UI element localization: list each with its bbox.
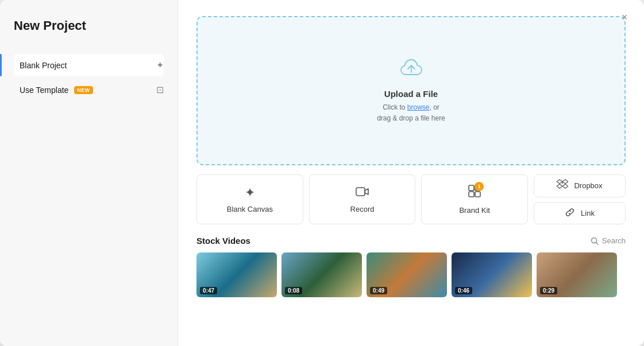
right-buttons: Dropbox Link [534,174,626,224]
sidebar: New Project Blank Project ✦ Use Template… [0,0,178,346]
sparkle-icon: ✦ [245,185,255,200]
dropbox-label: Dropbox [574,181,602,190]
stock-video-4[interactable]: 0:46 [452,252,532,297]
stock-header: Stock Videos Search [196,236,626,246]
svg-rect-4 [475,192,480,197]
svg-rect-1 [469,185,474,191]
stock-videos-title: Stock Videos [196,236,250,246]
stock-video-5[interactable]: 0:29 [537,252,617,297]
sidebar-item-blank-project[interactable]: Blank Project ✦ [14,54,164,76]
stock-videos-row: 0:47 0:08 0:49 0:46 0:29 [196,252,626,297]
upload-subtitle: Click to browse, ordrag & drop a file he… [377,102,445,124]
stock-video-2[interactable]: 0:08 [281,252,362,297]
upload-area[interactable]: Upload a File Click to browse, ordrag & … [196,16,626,165]
stock-video-3[interactable]: 0:49 [367,252,447,297]
new-project-modal: New Project Blank Project ✦ Use Template… [0,0,644,346]
dropbox-button[interactable]: Dropbox [534,174,626,197]
search-label: Search [602,236,626,245]
upload-icon [400,57,423,83]
brand-kit-button[interactable]: 1 Brand Kit [421,174,528,224]
link-label: Link [581,209,595,217]
brand-kit-label: Brand Kit [459,206,489,215]
dropbox-icon [557,179,568,192]
stock-video-1[interactable]: 0:47 [196,252,277,297]
svg-rect-0 [356,188,365,196]
video-duration-3: 0:49 [370,287,387,294]
record-label: Record [350,205,375,213]
record-icon [356,185,369,200]
action-buttons-row: ✦ Blank Canvas Record [196,174,626,224]
browse-link[interactable]: browse [407,103,430,111]
blank-canvas-label: Blank Canvas [227,205,273,213]
stock-videos-section: Stock Videos Search 0:47 0:08 [196,236,626,332]
modal-title: New Project [14,18,164,33]
close-button[interactable]: × [616,9,633,25]
brand-kit-badge-count: 1 [475,182,484,191]
brand-kit-icon: 1 [468,184,481,201]
stock-search-button[interactable]: Search [591,236,626,245]
blank-project-label: Blank Project [20,61,67,70]
video-duration-1: 0:47 [200,287,217,294]
sparkle-icon: ✦ [156,60,164,71]
record-button[interactable]: Record [309,174,416,224]
upload-title: Upload a File [384,89,438,99]
use-template-label: Use Template [20,85,68,95]
template-icon: ⊡ [156,84,164,95]
main-content: × Upload a File Click to browse, ordrag … [178,0,644,346]
svg-rect-3 [469,192,474,197]
link-icon [565,207,575,219]
link-button[interactable]: Link [534,202,626,225]
new-badge: NEW [74,86,93,94]
blank-canvas-button[interactable]: ✦ Blank Canvas [196,174,303,224]
sidebar-item-use-template[interactable]: Use Template NEW ⊡ [14,79,164,101]
video-duration-4: 0:46 [455,287,472,294]
video-duration-5: 0:29 [540,287,557,294]
video-duration-2: 0:08 [285,287,302,294]
